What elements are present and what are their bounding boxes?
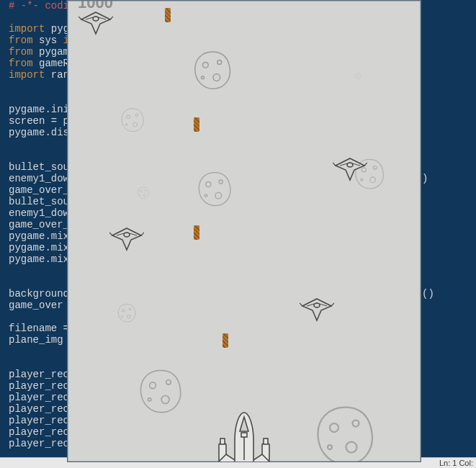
game-window[interactable]: 1000: [67, 0, 421, 462]
asteroid: [354, 71, 362, 78]
code-tail: ): [422, 173, 428, 184]
bullet: [194, 117, 199, 132]
enemy-ship: [78, 9, 113, 35]
asteroid: [313, 404, 377, 462]
enemy-ship: [333, 156, 367, 181]
code-tail: (): [422, 288, 434, 300]
bullet: [194, 225, 199, 240]
enemy-ship: [300, 296, 334, 322]
player-ship[interactable]: [212, 411, 277, 462]
enemy-ship: [109, 225, 144, 251]
bullet: [223, 333, 228, 348]
asteroid: [117, 303, 137, 323]
asteroid: [120, 107, 145, 133]
cursor-status: Ln: 1 Col:: [439, 459, 473, 467]
asteroid: [137, 368, 184, 415]
asteroid: [196, 171, 233, 208]
asteroid: [137, 186, 150, 199]
asteroid: [192, 50, 233, 91]
bullet: [165, 8, 171, 22]
